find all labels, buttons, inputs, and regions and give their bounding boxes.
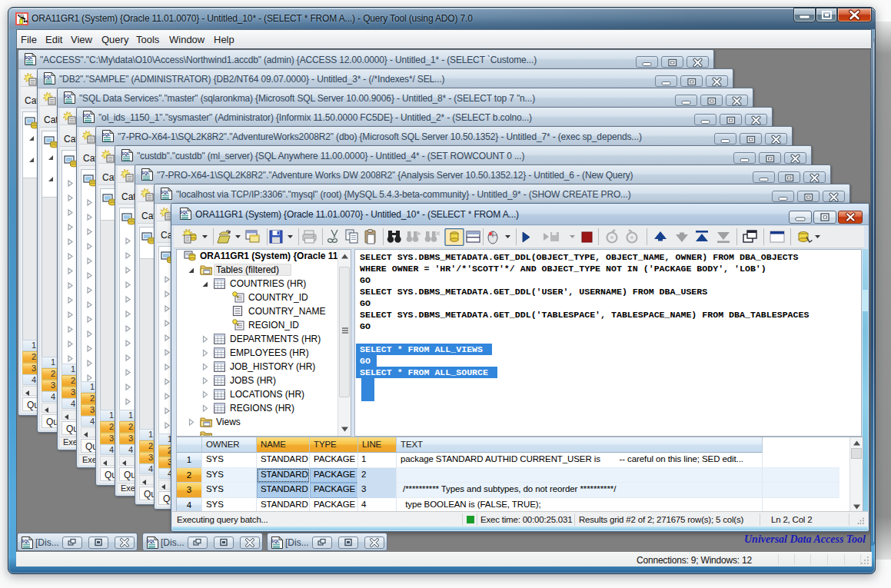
svg-text:SQL: SQL xyxy=(24,55,33,60)
svg-text:SQL: SQL xyxy=(271,539,280,543)
svg-text:SQL: SQL xyxy=(101,132,111,137)
svg-text:SQL: SQL xyxy=(160,190,169,194)
svg-text:SQL: SQL xyxy=(21,539,30,543)
svg-text:SQL: SQL xyxy=(63,94,72,98)
svg-text:SQL: SQL xyxy=(82,113,91,118)
svg-text:SQL: SQL xyxy=(179,210,188,214)
svg-text:SQL: SQL xyxy=(141,171,150,175)
svg-text:SQL: SQL xyxy=(43,75,52,79)
svg-text:SQL: SQL xyxy=(121,151,130,156)
svg-text:SQL: SQL xyxy=(146,539,155,543)
